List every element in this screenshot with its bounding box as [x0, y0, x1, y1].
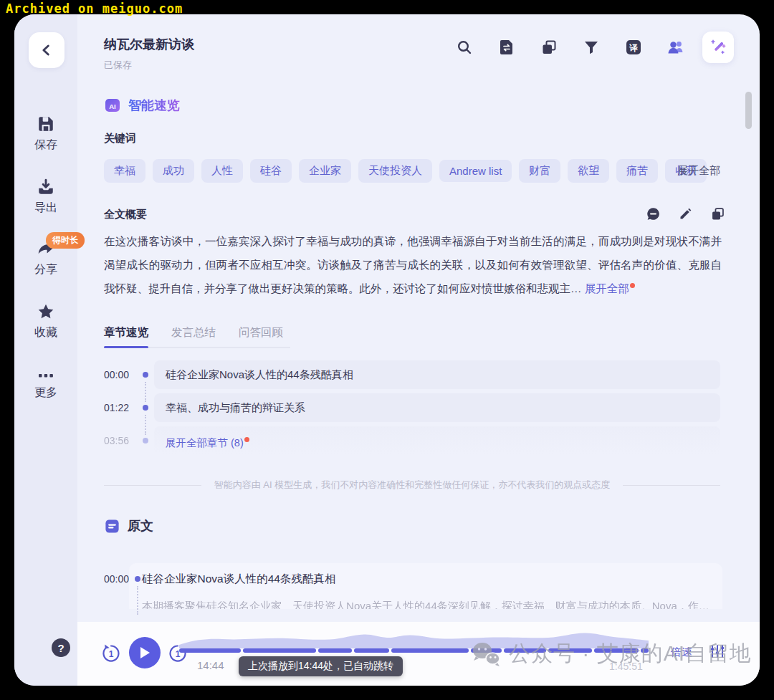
transcript-row: 00:00 硅谷企业家Nova谈人性的44条残酷真相 本期播客聚焦硅谷知名企业家…: [104, 563, 720, 609]
progress-segment[interactable]: [179, 648, 241, 653]
document-icon: [104, 518, 120, 534]
transcript-entry-preview: 本期播客聚焦硅谷知名企业家、天使投资人Nova关于人性的44条深刻见解，探讨幸福…: [142, 597, 710, 609]
notification-dot: [630, 283, 635, 288]
header-toolbar: 译: [449, 32, 734, 63]
copy-button[interactable]: [533, 32, 565, 63]
sidebar-item-favorite[interactable]: 收藏: [14, 302, 77, 340]
total-duration: 1:45:51: [609, 661, 643, 672]
notification-dot: [244, 437, 249, 442]
equalizer-button[interactable]: [710, 643, 725, 662]
progress-segment[interactable]: [354, 648, 389, 653]
timeline-dot: [143, 372, 148, 378]
audio-player: 1 1: [77, 622, 760, 686]
progress-segment[interactable]: [641, 648, 649, 653]
keyword-chip[interactable]: 财富: [519, 159, 560, 183]
sidebar-item-label: 导出: [14, 201, 77, 216]
keyword-chip[interactable]: 人性: [201, 159, 243, 183]
keyword-chip[interactable]: 天使投资人: [358, 159, 432, 183]
expand-chapters-link[interactable]: 展开全部章节 (8): [166, 436, 249, 450]
scrollbar-thumb[interactable]: [745, 92, 752, 129]
help-button[interactable]: ?: [52, 638, 70, 657]
magic-wand-icon: [709, 38, 727, 57]
keywords-row: 幸福 成功 人性 硅谷 企业家 天使投资人 Andrew list 财富 欲望 …: [104, 159, 731, 183]
timeline-connector: [137, 586, 138, 615]
smart-overview-header: AI 智能速览: [104, 97, 180, 114]
ai-disclaimer: 智能内容由 AI 模型生成，我们不对内容准确性和完整性做任何保证，亦不代表我们的…: [104, 479, 720, 492]
timeline-dot: [143, 438, 148, 444]
edit-button[interactable]: [678, 206, 693, 224]
progress-segment[interactable]: [548, 648, 592, 653]
tab-qa-review[interactable]: 问答回顾: [239, 325, 283, 340]
main-content: 纳瓦尔最新访谈 已保存: [77, 14, 760, 686]
star-icon: [37, 302, 55, 321]
convert-doc-icon: [498, 39, 515, 56]
timeline-dot: [143, 405, 148, 411]
divider: [623, 485, 720, 486]
play-icon: [138, 646, 151, 660]
transcript-entry-title: 硅谷企业家Nova谈人性的44条残酷真相: [142, 572, 710, 587]
copy-summary-button[interactable]: [710, 206, 725, 224]
sidebar-item-label: 保存: [14, 138, 77, 153]
chapter-card[interactable]: 幸福、成功与痛苦的辩证关系: [154, 393, 720, 422]
waveform[interactable]: [179, 628, 649, 648]
chapter-list: 00:00 硅谷企业家Nova谈人性的44条残酷真相 01:22 幸福、成功与痛…: [104, 360, 720, 459]
progress-bar[interactable]: [179, 648, 649, 653]
people-icon: [666, 38, 685, 57]
filter-button[interactable]: [575, 32, 607, 63]
sidebar-item-save[interactable]: 保存: [14, 115, 77, 153]
transcript-time[interactable]: 00:00: [104, 563, 129, 609]
transcript-list: 00:00 硅谷企业家Nova谈人性的44条残酷真相 本期播客聚焦硅谷知名企业家…: [104, 563, 720, 609]
svg-text:译: 译: [629, 43, 638, 53]
pencil-icon: [678, 206, 693, 221]
resume-tooltip: 上次播放到14:44处，已自动跳转: [239, 656, 403, 676]
timeline-dot: [135, 576, 140, 582]
keyword-chip[interactable]: 硅谷: [250, 159, 292, 183]
page-title: 纳瓦尔最新访谈: [104, 36, 194, 53]
sidebar-item-share[interactable]: 得时长 分享: [14, 239, 77, 277]
chapter-card[interactable]: 硅谷企业家Nova谈人性的44条残酷真相: [154, 360, 720, 389]
comment-button[interactable]: [646, 206, 661, 224]
chapter-time[interactable]: 00:00: [104, 369, 137, 380]
search-button[interactable]: [449, 32, 480, 63]
keyword-chip[interactable]: 欲望: [568, 159, 609, 183]
archive-banner: Archived on meiguo.com: [6, 1, 183, 16]
more-icon: [37, 370, 55, 381]
progress-segment[interactable]: [471, 648, 502, 653]
translate-button[interactable]: 译: [618, 32, 649, 63]
chapter-time[interactable]: 01:22: [104, 402, 137, 413]
filter-icon: [583, 39, 600, 56]
sidebar-item-more[interactable]: 更多: [14, 370, 77, 401]
keyword-chip[interactable]: 痛苦: [616, 159, 658, 183]
transcript-header: 原文: [104, 517, 153, 534]
ai-badge-icon: AI: [104, 97, 121, 114]
chevron-left-icon: [39, 42, 54, 58]
tab-chapter-overview[interactable]: 章节速览: [104, 325, 148, 340]
svg-text:1: 1: [109, 649, 114, 659]
skip-back-icon: 1: [100, 643, 122, 664]
sidebar-item-export[interactable]: 导出: [14, 178, 77, 216]
collaborate-button[interactable]: [660, 32, 692, 63]
progress-segment[interactable]: [594, 648, 638, 653]
saved-status: 已保存: [104, 59, 132, 72]
keyword-chip[interactable]: 企业家: [299, 159, 351, 183]
comment-icon: [646, 206, 661, 221]
convert-button[interactable]: [491, 32, 522, 63]
progress-segment[interactable]: [318, 648, 352, 653]
progress-segment[interactable]: [391, 648, 469, 653]
tab-speech-summary[interactable]: 发言总结: [171, 325, 216, 340]
back-button[interactable]: [29, 32, 64, 68]
transcript-card[interactable]: 硅谷企业家Nova谈人性的44条残酷真相 本期播客聚焦硅谷知名企业家、天使投资人…: [129, 563, 722, 609]
playback-speed-button[interactable]: 倍速: [671, 646, 692, 659]
summary-expand-link[interactable]: 展开全部: [585, 282, 629, 294]
keywords-expand-link[interactable]: 展开全部: [677, 164, 720, 178]
keywords-label: 关键词: [104, 132, 136, 145]
skip-back-button[interactable]: 1: [100, 643, 122, 664]
ai-wand-button[interactable]: [702, 32, 734, 63]
progress-segment[interactable]: [243, 648, 316, 653]
current-time: 14:44: [197, 659, 224, 671]
progress-segment[interactable]: [504, 648, 545, 653]
play-button[interactable]: [129, 637, 161, 668]
keyword-chip[interactable]: 幸福: [104, 159, 145, 183]
keyword-chip[interactable]: 成功: [153, 159, 194, 183]
keyword-chip[interactable]: Andrew list: [439, 160, 512, 182]
